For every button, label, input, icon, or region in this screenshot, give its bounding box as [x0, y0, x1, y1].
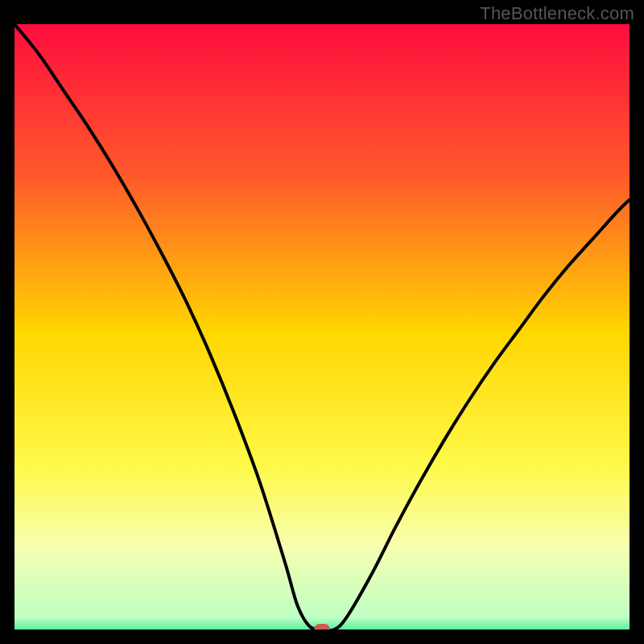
plot-area [14, 24, 630, 630]
bottleneck-curve [14, 24, 630, 630]
chart-frame: TheBottleneck.com [0, 0, 644, 644]
optimal-point-marker [314, 624, 330, 630]
watermark-text: TheBottleneck.com [480, 3, 634, 24]
